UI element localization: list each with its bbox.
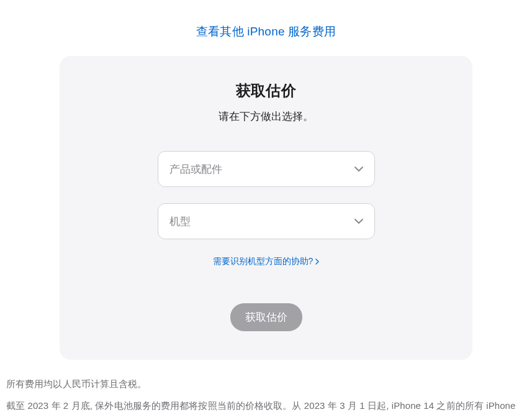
model-select[interactable]: 机型 [158,203,375,239]
top-link-container: 查看其他 iPhone 服务费用 [0,0,532,56]
card-title: 获取估价 [84,81,448,101]
card-subtitle: 请在下方做出选择。 [84,109,448,124]
help-link-text: 需要识别机型方面的协助? [213,256,313,267]
chevron-right-icon [315,257,319,267]
help-link-container: 需要识别机型方面的协助? [84,255,448,267]
product-select-placeholder: 产品或配件 [169,162,222,176]
other-iphone-fees-link[interactable]: 查看其他 iPhone 服务费用 [196,25,336,38]
get-estimate-button[interactable]: 获取估价 [230,303,302,331]
chevron-down-icon [354,219,363,224]
footer-line-1: 所有费用均以人民币计算且含税。 [6,375,526,394]
estimate-card: 获取估价 请在下方做出选择。 产品或配件 机型 需要识别机型方面的协助? 获取估… [60,56,472,360]
footer-notes: 所有费用均以人民币计算且含税。 截至 2023 年 2 月底, 保外电池服务的费… [0,360,532,412]
chevron-down-icon [354,167,363,172]
model-select-placeholder: 机型 [169,214,191,229]
identify-model-help-link[interactable]: 需要识别机型方面的协助? [213,256,320,267]
product-select[interactable]: 产品或配件 [158,151,375,187]
footer-line-2: 截至 2023 年 2 月底, 保外电池服务的费用都将按照当前的价格收取。从 2… [6,396,526,412]
